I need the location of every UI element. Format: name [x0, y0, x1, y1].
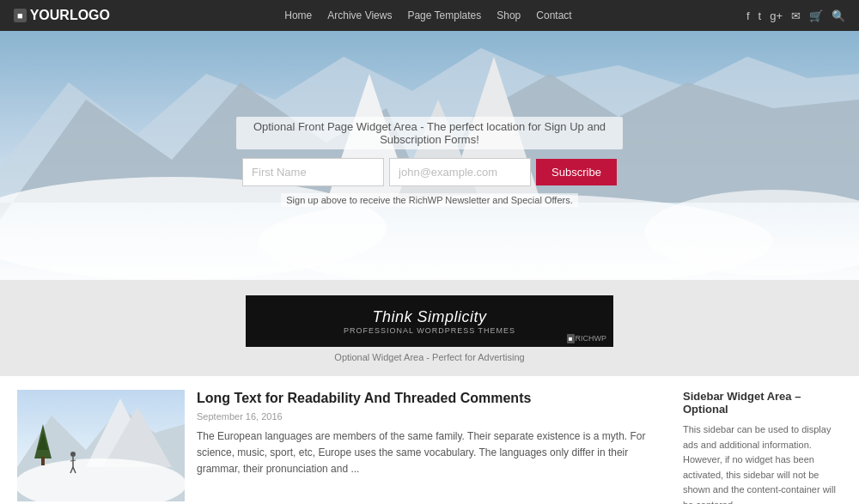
first-name-input[interactable] [242, 158, 384, 186]
logo-text: YOURLOGO [30, 8, 110, 23]
hero-section: Optional Front Page Widget Area - The pe… [0, 31, 859, 280]
hero-widget-text: Optional Front Page Widget Area - The pe… [236, 117, 623, 149]
site-header: ■ YOURLOGO Home Archive Views Page Templ… [0, 0, 859, 31]
blog-post-1: Long Text for Readability And Threaded C… [17, 390, 657, 504]
email-input[interactable] [389, 158, 531, 186]
svg-rect-10 [0, 203, 859, 280]
ad-caption: Optional Widget Area - Perfect for Adver… [0, 352, 859, 362]
main-nav: Home Archive Views Page Templates Shop C… [284, 9, 571, 21]
hero-signup-form: Subscribe [236, 158, 623, 186]
subscribe-button[interactable]: Subscribe [536, 159, 617, 185]
twitter-icon[interactable]: t [758, 9, 762, 22]
logo-box-icon: ■ [14, 9, 27, 22]
content-area: Long Text for Readability And Threaded C… [0, 376, 859, 504]
ad-banner-subtitle: Professional WordPress Themes [344, 326, 515, 335]
nav-home[interactable]: Home [284, 9, 312, 21]
ad-banner-logo: ■RICHWP [567, 334, 606, 343]
sidebar-text: This sidebar can be used to display ads … [683, 422, 842, 504]
signup-note: Sign up above to receive the RichWP News… [236, 186, 623, 207]
ad-banner[interactable]: Think Simplicity Professional WordPress … [246, 295, 613, 347]
post-body-1: Long Text for Readability And Threaded C… [197, 390, 657, 501]
hero-form-area: Optional Front Page Widget Area - The pe… [236, 117, 623, 207]
email-icon[interactable]: ✉ [791, 9, 801, 22]
main-content: Long Text for Readability And Threaded C… [17, 390, 683, 504]
nav-shop[interactable]: Shop [497, 9, 521, 21]
post-date-1: September 16, 2016 [197, 411, 657, 422]
nav-page-templates[interactable]: Page Templates [407, 9, 481, 21]
cart-icon[interactable]: 🛒 [809, 9, 823, 22]
logo[interactable]: ■ YOURLOGO [14, 8, 110, 23]
facebook-icon[interactable]: f [746, 9, 750, 22]
ad-banner-section: Think Simplicity Professional WordPress … [0, 280, 859, 376]
richwp-logo-box: ■ [567, 334, 575, 343]
post-excerpt-1: The European languages are members of th… [197, 428, 657, 478]
post-thumbnail-1[interactable] [17, 390, 185, 501]
post-title-1[interactable]: Long Text for Readability And Threaded C… [197, 390, 657, 408]
svg-rect-18 [41, 457, 45, 465]
googleplus-icon[interactable]: g+ [770, 9, 783, 22]
search-icon[interactable]: 🔍 [832, 9, 845, 22]
svg-point-19 [70, 452, 76, 457]
social-icons: f t g+ ✉ 🛒 🔍 [746, 9, 845, 22]
nav-contact[interactable]: Contact [536, 9, 571, 21]
nav-archive[interactable]: Archive Views [327, 9, 392, 21]
sidebar: Sidebar Widget Area – Optional This side… [683, 390, 842, 504]
sidebar-title: Sidebar Widget Area – Optional [683, 390, 842, 416]
ad-banner-inner: Think Simplicity Professional WordPress … [246, 295, 613, 347]
post-thumb-image-1 [17, 390, 185, 501]
ad-banner-title: Think Simplicity [372, 308, 486, 326]
